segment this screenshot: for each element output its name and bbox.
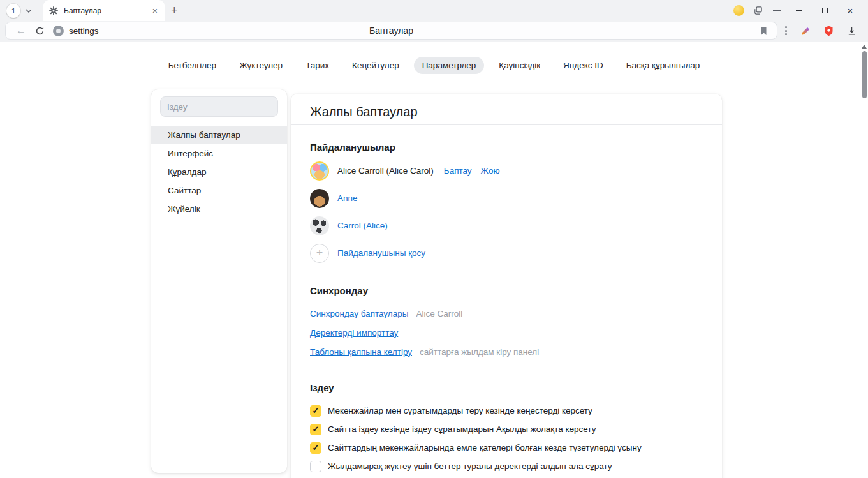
user-row-add: + Пайдаланушыны қосу xyxy=(310,239,703,267)
new-tab-button[interactable]: + xyxy=(165,4,184,17)
checkbox-prefetch-pages[interactable] xyxy=(310,461,321,472)
user-link-anne[interactable]: Anne xyxy=(337,193,358,203)
configure-user-link[interactable]: Баптау xyxy=(444,166,472,176)
checkbox-spelling-corrections[interactable]: ✓ xyxy=(310,442,321,454)
nav-tab-yandex-id[interactable]: Яндекс ID xyxy=(555,57,612,74)
mood-emoji-icon[interactable] xyxy=(729,3,748,19)
tab-title: Баптаулар xyxy=(64,6,151,15)
pen-edit-icon[interactable] xyxy=(794,22,817,39)
download-icon[interactable] xyxy=(840,22,863,39)
sync-heading: Синхрондау xyxy=(310,285,703,296)
tab-bar: 1 Баптаулар × + xyxy=(0,0,868,21)
users-heading: Пайдаланушылар xyxy=(310,142,703,153)
scrollbar-up-arrow[interactable] xyxy=(862,45,867,49)
settings-main-panel: Жалпы баптаулар Пайдаланушылар Alice Car… xyxy=(291,94,722,478)
user-row-anne: Anne xyxy=(310,184,703,212)
address-bar[interactable]: ← settings Баптаулар xyxy=(5,22,777,40)
scrollbar-thumb[interactable] xyxy=(862,51,867,98)
add-user-link[interactable]: Пайдаланушыны қосу xyxy=(337,248,425,258)
delete-user-link[interactable]: Жою xyxy=(481,166,500,176)
bookmark-icon[interactable] xyxy=(756,26,772,36)
checkbox-site-search-smartbar[interactable]: ✓ xyxy=(310,424,321,435)
sidebar-menu: Жалпы баптаулар Интерфейс Құралдар Сайтт… xyxy=(151,126,287,218)
add-user-plus-icon[interactable]: + xyxy=(310,244,329,263)
search-input[interactable] xyxy=(160,96,278,117)
tab-counter-value: 1 xyxy=(11,7,15,15)
option-suggestions-typing[interactable]: ✓ Мекенжайлар мен сұратымдарды теру кезі… xyxy=(310,401,703,420)
current-user-name: Alice Carroll (Alice Carol) xyxy=(337,166,434,176)
main-header: Жалпы баптаулар xyxy=(291,94,722,125)
nav-tab-other-devices[interactable]: Басқа құрылғылар xyxy=(618,57,709,74)
url-text: settings xyxy=(69,26,99,36)
option-label: Сайттардың мекенжайларында емле қателері… xyxy=(328,443,642,452)
search-heading: Іздеу xyxy=(310,382,703,393)
page-title: Баптаулар xyxy=(369,26,413,36)
main-title: Жалпы баптаулар xyxy=(310,105,703,119)
nav-tab-downloads[interactable]: Жүктеулер xyxy=(231,57,291,74)
option-label: Сайтта іздеу кезінде іздеу сұратымдарын … xyxy=(328,424,596,434)
import-data-link[interactable]: Деректерді импорттау xyxy=(310,328,398,338)
tableau-note: сайттарға жылдам кіру панелі xyxy=(420,347,539,357)
browser-window: 1 Баптаулар × + xyxy=(0,0,868,478)
minimize-button[interactable] xyxy=(786,0,812,21)
sidebar-item-tools[interactable]: Құралдар xyxy=(151,163,287,181)
gear-icon xyxy=(49,6,59,15)
avatar-anne[interactable] xyxy=(310,189,329,208)
protect-shield-icon[interactable] xyxy=(817,22,840,39)
import-data-row: Деректерді импорттау xyxy=(310,323,703,342)
address-menu-dots-icon[interactable] xyxy=(777,24,794,38)
site-icon xyxy=(53,26,64,36)
back-icon[interactable]: ← xyxy=(11,25,31,36)
checkbox-suggestions-typing[interactable]: ✓ xyxy=(310,405,321,417)
nav-tab-bookmarks[interactable]: Бетбелгілер xyxy=(160,57,224,74)
tab-counter-button[interactable]: 1 xyxy=(6,4,20,18)
avatar-alice[interactable] xyxy=(310,161,329,181)
maximize-button[interactable] xyxy=(812,0,837,21)
settings-top-nav: Бетбелгілер Жүктеулер Тарих Кеңейтулер П… xyxy=(0,42,868,74)
option-label: Жылдамырақ жүктеу үшін беттер туралы дер… xyxy=(328,461,612,471)
tabs-chevron-down-icon[interactable] xyxy=(23,5,34,17)
restore-tableau-link[interactable]: Таблоны қалпына келтіру xyxy=(310,347,412,357)
tab-settings[interactable]: Баптаулар × xyxy=(43,0,165,21)
menu-hamburger-icon[interactable] xyxy=(767,3,786,19)
settings-sidebar: Жалпы баптаулар Интерфейс Құралдар Сайтт… xyxy=(151,89,287,473)
option-prefetch-pages[interactable]: Жылдамырақ жүктеу үшін беттер туралы дер… xyxy=(310,457,703,475)
sidebar-item-system[interactable]: Жүйелік xyxy=(151,200,287,218)
nav-tab-extensions[interactable]: Кеңейтулер xyxy=(344,57,408,74)
side-panel-icon[interactable] xyxy=(748,3,767,19)
tab-close-icon[interactable]: × xyxy=(151,6,159,16)
option-site-search-smartbar[interactable]: ✓ Сайтта іздеу кезінде іздеу сұратымдары… xyxy=(310,420,703,438)
page-scrollbar[interactable] xyxy=(861,45,867,478)
option-label: Мекенжайлар мен сұратымдарды теру кезінд… xyxy=(328,406,592,415)
sidebar-item-general[interactable]: Жалпы баптаулар xyxy=(151,126,287,144)
sync-settings-link[interactable]: Синхрондау баптаулары xyxy=(310,309,408,318)
user-row-carrol: Carrol (Alice) xyxy=(310,212,703,239)
avatar-carrol[interactable] xyxy=(310,216,329,235)
toolbar: ← settings Баптаулар xyxy=(0,21,868,42)
refresh-icon[interactable] xyxy=(31,26,48,36)
sync-settings-row: Синхрондау баптаулары Alice Carroll xyxy=(310,304,703,323)
sidebar-item-sites[interactable]: Сайттар xyxy=(151,181,287,200)
option-spelling-corrections[interactable]: ✓ Сайттардың мекенжайларында емле қателе… xyxy=(310,438,703,457)
nav-tab-history[interactable]: Тарих xyxy=(297,57,337,74)
sync-account-note: Alice Carroll xyxy=(416,309,462,318)
nav-tab-security[interactable]: Қауіпсіздік xyxy=(490,57,548,74)
nav-tab-settings[interactable]: Параметрлер xyxy=(414,57,485,74)
settings-page: Бетбелгілер Жүктеулер Тарих Кеңейтулер П… xyxy=(0,42,868,478)
close-button[interactable]: × xyxy=(837,0,863,21)
restore-tableau-row: Таблоны қалпына келтіру сайттарға жылдам… xyxy=(310,342,703,361)
user-link-carrol[interactable]: Carrol (Alice) xyxy=(337,221,388,230)
user-row-current: Alice Carroll (Alice Carol) Баптау Жою xyxy=(310,157,703,184)
sidebar-item-interface[interactable]: Интерфейс xyxy=(151,144,287,163)
